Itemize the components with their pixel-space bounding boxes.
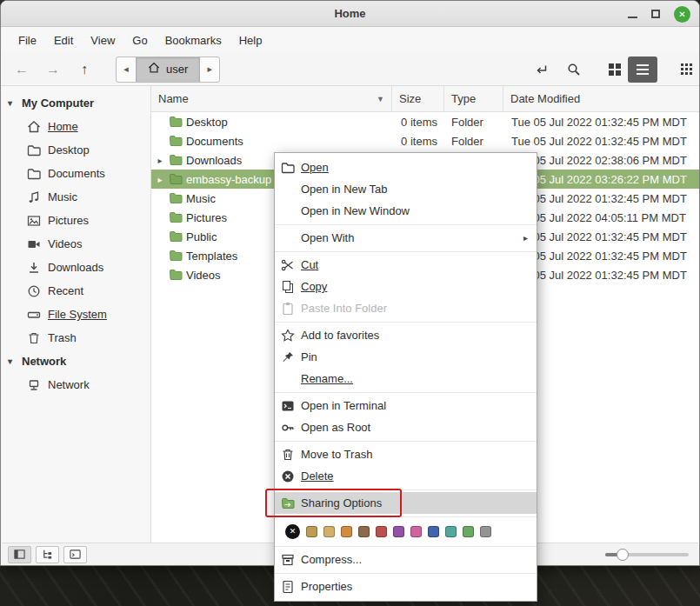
- folder-color-swatch[interactable]: [323, 526, 335, 537]
- menu-separator: [275, 251, 537, 252]
- sidebar-item-recent[interactable]: Recent: [1, 279, 150, 303]
- menu-view[interactable]: View: [82, 30, 123, 51]
- sidebar-section-my-computer[interactable]: ▾ My Computer: [1, 91, 150, 115]
- up-button[interactable]: ↑: [70, 57, 98, 83]
- menu-item-sharing-options[interactable]: Sharing Options: [275, 492, 537, 514]
- file-type: Folder: [444, 116, 503, 129]
- folder-color-swatch[interactable]: [358, 526, 370, 537]
- menu-file[interactable]: File: [10, 30, 45, 51]
- menu-item-open-in-new-window[interactable]: Open in New Window: [275, 200, 537, 222]
- file-name: Downloads: [186, 154, 242, 167]
- compact-view-icon: [681, 63, 683, 66]
- sidebar-section-network[interactable]: ▾ Network: [1, 350, 150, 373]
- menu-help[interactable]: Help: [230, 30, 271, 51]
- terminal-toggle-button[interactable]: [63, 546, 87, 563]
- column-header-date-modified[interactable]: Date Modified: [503, 86, 699, 111]
- menu-item-delete[interactable]: Delete: [275, 465, 537, 487]
- sidebar-item-label: Trash: [48, 331, 77, 344]
- menu-item-rename[interactable]: Rename...: [275, 368, 537, 390]
- terminal-panel-icon: [70, 549, 81, 560]
- folder-color-swatch[interactable]: [410, 526, 422, 537]
- menu-item-open-as-root[interactable]: Open as Root: [275, 416, 537, 438]
- menu-item-move-to-trash[interactable]: Move to Trash: [275, 443, 537, 465]
- compact-view-button[interactable]: [663, 57, 692, 83]
- menu-item-label: Open in New Tab: [301, 183, 388, 196]
- path-scroll-left-button[interactable]: ◂: [117, 57, 136, 82]
- sidebar-item-label: Network: [48, 378, 90, 391]
- sidebar-item-videos[interactable]: Videos: [1, 232, 150, 256]
- sidebar-item-file-system[interactable]: File System: [1, 303, 150, 326]
- minimize-button[interactable]: [628, 16, 637, 18]
- places-sidebar-toggle-button[interactable]: [8, 546, 31, 563]
- forward-button[interactable]: →: [39, 57, 67, 83]
- sidebar-item-label: Videos: [48, 237, 83, 250]
- menu-edit[interactable]: Edit: [45, 30, 82, 51]
- sidebar-item-trash[interactable]: Trash: [1, 326, 150, 350]
- folder-icon: [169, 134, 183, 148]
- menu-go[interactable]: Go: [123, 30, 156, 51]
- expander-icon[interactable]: ▸: [155, 175, 165, 184]
- zoom-slider[interactable]: [605, 546, 689, 563]
- menu-item-properties[interactable]: Properties: [275, 576, 537, 597]
- folder-color-swatch[interactable]: [393, 526, 404, 537]
- file-name: Public: [186, 230, 217, 243]
- submenu-arrow-icon: ▸: [523, 233, 528, 243]
- clipboard-icon: [281, 302, 295, 316]
- column-header-type[interactable]: Type: [444, 86, 503, 111]
- sidebar-item-home[interactable]: Home: [1, 115, 150, 138]
- icon-view-button[interactable]: [593, 57, 623, 83]
- back-button[interactable]: ←: [8, 57, 36, 83]
- column-header-name[interactable]: Name ▼: [151, 86, 392, 111]
- section-expander-icon[interactable]: ▾: [8, 356, 17, 366]
- folder-color-swatch[interactable]: [306, 526, 317, 537]
- sidebar-item-label: Desktop: [48, 143, 90, 156]
- folder-icon: [169, 268, 183, 282]
- folder-color-swatch[interactable]: [376, 526, 387, 537]
- file-size: 0 items: [392, 135, 444, 148]
- home-icon: [27, 120, 41, 134]
- path-segment-label: user: [166, 63, 188, 76]
- menu-bookmarks[interactable]: Bookmarks: [157, 30, 230, 51]
- path-segment-user[interactable]: user: [136, 57, 200, 82]
- folder-color-swatch[interactable]: [341, 526, 352, 537]
- sidebar-item-network[interactable]: Network: [1, 373, 150, 396]
- clear-folder-color-button[interactable]: ✕: [285, 524, 300, 539]
- menu-item-open[interactable]: Open: [275, 156, 537, 178]
- treeview-toggle-button[interactable]: [36, 546, 59, 563]
- menu-item-cut[interactable]: Cut: [275, 254, 537, 276]
- close-button[interactable]: ✕: [674, 6, 690, 23]
- sidebar-item-documents[interactable]: Documents: [1, 162, 150, 185]
- section-expander-icon[interactable]: ▾: [8, 98, 17, 108]
- menu-separator: [275, 516, 537, 517]
- file-row-documents[interactable]: Documents 0 items Folder Tue 05 Jul 2022…: [151, 131, 699, 150]
- folder-color-swatch[interactable]: [480, 526, 491, 537]
- menu-item-open-in-terminal[interactable]: Open in Terminal: [275, 395, 537, 416]
- folder-color-swatch[interactable]: [445, 526, 457, 537]
- menu-item-add-to-favorites[interactable]: Add to favorites: [275, 324, 537, 346]
- folder-color-swatch[interactable]: [463, 526, 474, 537]
- expander-icon[interactable]: ▸: [155, 156, 165, 165]
- menu-item-open-in-new-tab[interactable]: Open in New Tab: [275, 178, 537, 200]
- sidebar-item-desktop[interactable]: Desktop: [1, 138, 150, 162]
- toggle-location-entry-button[interactable]: [527, 57, 555, 83]
- menu-separator: [275, 489, 537, 490]
- file-size: 0 items: [392, 116, 444, 129]
- sidebar-item-music[interactable]: Music: [1, 185, 150, 209]
- folder-icon: [169, 210, 183, 224]
- list-view-button[interactable]: [628, 57, 657, 83]
- maximize-button[interactable]: [651, 10, 660, 18]
- column-header-size[interactable]: Size: [392, 86, 444, 111]
- path-scroll-right-button[interactable]: ▸: [200, 57, 219, 82]
- sidebar-item-pictures[interactable]: Pictures: [1, 209, 150, 232]
- titlebar[interactable]: Home ✕: [1, 1, 699, 27]
- toolbar: ← → ↑ ◂ user ▸: [1, 53, 699, 86]
- menu-item-open-with[interactable]: Open With ▸: [275, 227, 537, 249]
- menu-item-compress[interactable]: Compress...: [275, 549, 537, 570]
- folder-color-swatch[interactable]: [428, 526, 439, 537]
- menu-item-copy[interactable]: Copy: [275, 276, 537, 297]
- file-row-desktop[interactable]: Desktop 0 items Folder Tue 05 Jul 2022 0…: [151, 112, 699, 131]
- sidebar-item-downloads[interactable]: Downloads: [1, 256, 150, 279]
- menu-item-pin[interactable]: Pin: [275, 346, 537, 368]
- search-button[interactable]: [560, 57, 588, 83]
- zoom-slider-handle[interactable]: [617, 549, 629, 561]
